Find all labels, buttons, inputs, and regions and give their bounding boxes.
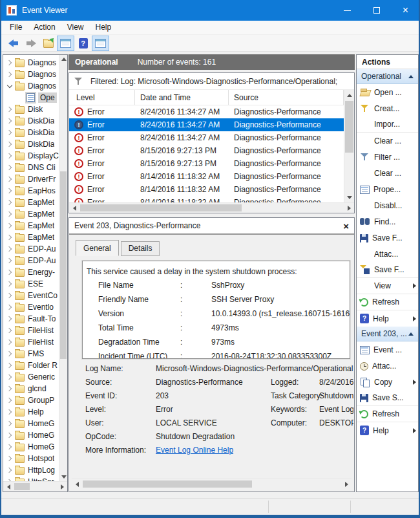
toolbar-button-export[interactable] [40, 36, 56, 50]
tree-item[interactable]: glcnd [3, 383, 59, 394]
action-item[interactable]: Save F... [357, 262, 418, 278]
action-item[interactable]: Attac... [357, 358, 418, 374]
scroll-right-button[interactable] [341, 479, 352, 489]
toolbar-button-pane-toggle[interactable] [92, 36, 109, 50]
tree-item[interactable]: Hotspot [3, 453, 59, 464]
tree-chevron-icon[interactable] [6, 210, 14, 218]
tree-chevron-icon[interactable] [6, 105, 14, 113]
tree-chevron-icon[interactable] [6, 268, 14, 276]
title-bar[interactable]: Event Viewer × [0, 0, 420, 21]
event-row[interactable]: Error 8/24/2016 11:34:27 AM Diagnostics-… [69, 105, 344, 118]
action-item[interactable]: Creat... [357, 100, 418, 116]
minimize-button[interactable] [333, 0, 362, 21]
preview-close-icon[interactable]: × [343, 221, 349, 231]
tree-item[interactable]: Diagnos [3, 57, 59, 69]
scroll-left-button[interactable] [69, 203, 79, 213]
action-item[interactable]: Save S... [357, 390, 418, 406]
tree-item[interactable]: EapMet [3, 208, 59, 220]
tree-chevron-icon[interactable] [6, 175, 14, 183]
scroll-thumb[interactable] [60, 171, 67, 359]
tree-item[interactable]: EapMet [3, 220, 59, 232]
menu-item[interactable]: Action [28, 21, 61, 34]
tree-item[interactable]: DiskDia [3, 115, 59, 127]
tree-chevron-icon[interactable] [6, 455, 14, 462]
tree-chevron-icon[interactable] [6, 117, 14, 125]
tree-item[interactable]: Energy- [3, 266, 59, 278]
preview-tab[interactable]: General [76, 240, 119, 256]
scroll-right-button[interactable] [344, 203, 354, 213]
preview-tab[interactable]: Details [121, 241, 160, 256]
scroll-thumb[interactable] [83, 480, 252, 488]
menu-item[interactable]: Help [90, 21, 118, 34]
maximize-button[interactable] [362, 0, 391, 21]
tree-chevron-icon[interactable] [6, 385, 14, 393]
events-horizontal-scrollbar[interactable] [69, 202, 354, 213]
tree-chevron-icon[interactable] [6, 431, 14, 439]
action-item[interactable]: Help [357, 422, 418, 438]
tree-chevron-icon[interactable] [6, 408, 14, 416]
action-item[interactable]: Clear ... [357, 165, 418, 181]
action-item[interactable]: Clear ... [357, 133, 418, 149]
collapse-arrow-icon[interactable] [408, 332, 414, 336]
scroll-right-button[interactable] [57, 482, 67, 491]
tree-item[interactable]: GroupP [3, 394, 59, 406]
toolbar-button-back[interactable] [5, 36, 21, 50]
scroll-thumb[interactable] [80, 204, 242, 211]
tree-chevron-icon[interactable] [6, 362, 14, 369]
event-row[interactable]: Error 8/24/2016 11:34:27 AM Diagnostics-… [69, 131, 344, 144]
tree-item[interactable]: HttpLog [3, 464, 59, 476]
tree-item[interactable]: HomeG [3, 429, 59, 441]
tree-chevron-icon[interactable] [6, 129, 14, 136]
scroll-left-button[interactable] [3, 482, 14, 491]
scroll-down-button[interactable] [344, 192, 355, 202]
tree-chevron-icon[interactable] [6, 70, 14, 78]
action-item[interactable]: Copy [357, 374, 418, 390]
tree-item[interactable]: DisplayC [3, 150, 59, 162]
action-item[interactable]: Prope... [357, 181, 418, 197]
tree-item[interactable]: FileHist [3, 325, 59, 336]
tree-item[interactable]: Ope [3, 92, 59, 103]
column-header-datetime[interactable]: Date and Time [135, 90, 229, 105]
tree-item[interactable]: FMS [3, 348, 59, 360]
action-item[interactable]: Attac... [357, 246, 418, 262]
tree-chevron-icon[interactable] [6, 199, 14, 206]
menu-item[interactable]: View [61, 21, 90, 34]
tree-item[interactable]: ESE [3, 278, 59, 290]
tree-item[interactable]: Fault-To [3, 313, 59, 325]
tree-chevron-icon[interactable] [6, 59, 14, 67]
tree-item[interactable]: EDP-Au [3, 243, 59, 255]
tree-chevron-icon[interactable] [6, 420, 14, 427]
close-button[interactable]: × [391, 0, 420, 21]
tree-vertical-scrollbar[interactable] [59, 55, 67, 481]
scroll-up-button[interactable] [344, 90, 355, 100]
tree-chevron-icon[interactable] [6, 327, 14, 334]
tree-item[interactable]: Folder R [3, 360, 59, 371]
tree-chevron-icon[interactable] [6, 222, 14, 230]
tree-item[interactable]: EapMet [3, 232, 59, 243]
scroll-thumb[interactable] [14, 483, 30, 490]
action-item[interactable]: Refresh [357, 294, 418, 310]
event-row[interactable]: Error 8/14/2016 11:18:32 AM Diagnostics-… [69, 196, 344, 202]
tree-horizontal-scrollbar[interactable] [3, 481, 67, 491]
tree-chevron-icon[interactable] [6, 82, 14, 90]
event-row[interactable]: Error 8/14/2016 11:18:32 AM Diagnostics-… [69, 170, 344, 183]
action-item[interactable]: Event ... [357, 341, 418, 358]
tree-item[interactable]: EventCo [3, 290, 59, 301]
tree-chevron-icon[interactable] [6, 350, 14, 358]
tree-item[interactable]: DiskDia [3, 138, 59, 150]
tree-item[interactable]: DNS Cli [3, 162, 59, 173]
tree-chevron-icon[interactable] [6, 152, 14, 160]
tree-chevron-icon[interactable] [6, 245, 14, 253]
tree-chevron-icon[interactable] [6, 187, 14, 195]
event-row[interactable]: Error 8/14/2016 11:18:32 AM Diagnostics-… [69, 183, 344, 196]
tree-chevron-icon[interactable] [6, 396, 14, 404]
tree-chevron-icon[interactable] [6, 140, 14, 148]
scroll-up-button[interactable] [59, 55, 68, 63]
scroll-left-button[interactable] [72, 479, 82, 489]
toolbar-button-help[interactable] [75, 36, 91, 50]
tree-chevron-icon[interactable] [6, 443, 14, 451]
actions-section-header-operational[interactable]: Operational [357, 69, 418, 84]
tree-chevron-icon[interactable] [6, 315, 14, 323]
tree-chevron-icon[interactable] [17, 94, 25, 102]
tree-item[interactable]: Generic [3, 371, 59, 383]
